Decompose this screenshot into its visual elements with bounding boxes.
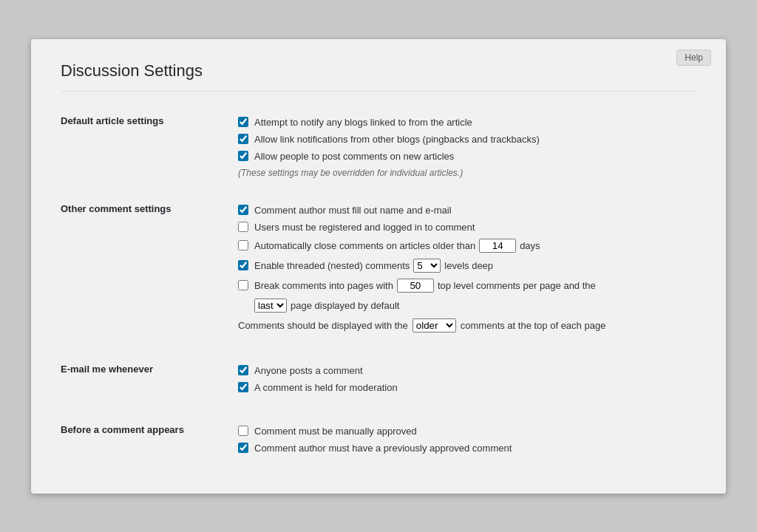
manually-approved-checkbox[interactable] bbox=[238, 426, 248, 436]
email-whenever-controls: Anyone posts a comment A comment is held… bbox=[223, 361, 696, 403]
threaded-comments-checkbox[interactable] bbox=[238, 260, 248, 270]
previously-approved-row: Comment author must have a previously ap… bbox=[238, 443, 696, 454]
before-comment-label: Before a comment appears bbox=[61, 421, 223, 464]
settings-panel: Help Discussion Settings Default article… bbox=[31, 39, 726, 494]
threaded-levels-select[interactable]: 12345678910 bbox=[413, 259, 441, 273]
threaded-comments-suffix: levels deep bbox=[444, 260, 493, 271]
notify-blogs-checkbox[interactable] bbox=[238, 117, 248, 127]
close-comments-days-input[interactable] bbox=[479, 239, 516, 253]
link-notifications-checkbox[interactable] bbox=[238, 134, 248, 144]
break-comments-suffix: top level comments per page and the bbox=[438, 280, 596, 291]
other-comment-section: Other comment settings Comment author mu… bbox=[61, 200, 696, 343]
settings-table: Default article settings Attempt to noti… bbox=[61, 112, 696, 464]
display-prefix: Comments should be displayed with the bbox=[238, 320, 408, 331]
previously-approved-checkbox[interactable] bbox=[238, 443, 248, 453]
manually-approved-row: Comment must be manually approved bbox=[238, 426, 696, 437]
allow-comments-checkbox[interactable] bbox=[238, 151, 248, 161]
close-comments-prefix: Automatically close comments on articles… bbox=[254, 240, 475, 251]
display-order-row: Comments should be displayed with the ol… bbox=[238, 318, 696, 332]
registered-row: Users must be registered and logged in t… bbox=[238, 222, 696, 233]
threaded-comments-prefix: Enable threaded (nested) comments bbox=[254, 260, 410, 271]
break-comments-prefix: Break comments into pages with bbox=[254, 280, 393, 291]
display-order-select[interactable]: oldernewer bbox=[413, 318, 456, 332]
default-article-label: Default article settings bbox=[61, 112, 223, 183]
close-comments-row: Automatically close comments on articles… bbox=[238, 239, 696, 253]
notify-blogs-label: Attempt to notify any blogs linked to fr… bbox=[254, 117, 472, 128]
anyone-posts-label: Anyone posts a comment bbox=[254, 365, 363, 376]
page-title: Discussion Settings bbox=[61, 61, 696, 92]
other-comment-controls: Comment author must fill out name and e-… bbox=[223, 200, 696, 343]
fill-name-row: Comment author must fill out name and e-… bbox=[238, 205, 696, 216]
email-whenever-section: E-mail me whenever Anyone posts a commen… bbox=[61, 361, 696, 403]
break-comments-checkbox[interactable] bbox=[238, 280, 248, 290]
link-notifications-label: Allow link notifications from other blog… bbox=[254, 134, 540, 145]
anyone-posts-row: Anyone posts a comment bbox=[238, 365, 696, 376]
default-article-section: Default article settings Attempt to noti… bbox=[61, 112, 696, 183]
display-suffix: comments at the top of each page bbox=[461, 320, 606, 331]
held-moderation-row: A comment is held for moderation bbox=[238, 382, 696, 393]
manually-approved-label: Comment must be manually approved bbox=[254, 426, 417, 437]
help-button[interactable]: Help bbox=[676, 50, 711, 66]
registered-label: Users must be registered and logged in t… bbox=[254, 222, 475, 233]
page-default-suffix: page displayed by default bbox=[291, 300, 399, 311]
other-comment-label: Other comment settings bbox=[61, 200, 223, 343]
before-comment-section: Before a comment appears Comment must be… bbox=[61, 421, 696, 464]
previously-approved-label: Comment author must have a previously ap… bbox=[254, 443, 512, 454]
threaded-comments-row: Enable threaded (nested) comments 123456… bbox=[238, 259, 696, 273]
held-moderation-label: A comment is held for moderation bbox=[254, 382, 398, 393]
allow-comments-label: Allow people to post comments on new art… bbox=[254, 151, 454, 162]
close-comments-suffix: days bbox=[520, 240, 540, 251]
default-setting-2: Allow link notifications from other blog… bbox=[238, 134, 696, 145]
registered-checkbox[interactable] bbox=[238, 222, 248, 232]
fill-name-checkbox[interactable] bbox=[238, 205, 248, 215]
anyone-posts-checkbox[interactable] bbox=[238, 365, 248, 375]
break-comments-row: Break comments into pages with top level… bbox=[238, 279, 696, 293]
before-comment-controls: Comment must be manually approved Commen… bbox=[223, 421, 696, 464]
close-comments-checkbox[interactable] bbox=[238, 240, 248, 250]
email-whenever-label: E-mail me whenever bbox=[61, 361, 223, 403]
break-comments-input[interactable] bbox=[397, 279, 434, 293]
page-default-row: firstlast page displayed by default bbox=[238, 299, 696, 313]
held-moderation-checkbox[interactable] bbox=[238, 382, 248, 392]
page-order-select[interactable]: firstlast bbox=[254, 299, 287, 313]
default-article-controls: Attempt to notify any blogs linked to fr… bbox=[223, 112, 696, 183]
default-setting-1: Attempt to notify any blogs linked to fr… bbox=[238, 117, 696, 128]
fill-name-label: Comment author must fill out name and e-… bbox=[254, 205, 452, 216]
override-note: (These settings may be overridden for in… bbox=[238, 168, 696, 178]
default-setting-3: Allow people to post comments on new art… bbox=[238, 151, 696, 162]
